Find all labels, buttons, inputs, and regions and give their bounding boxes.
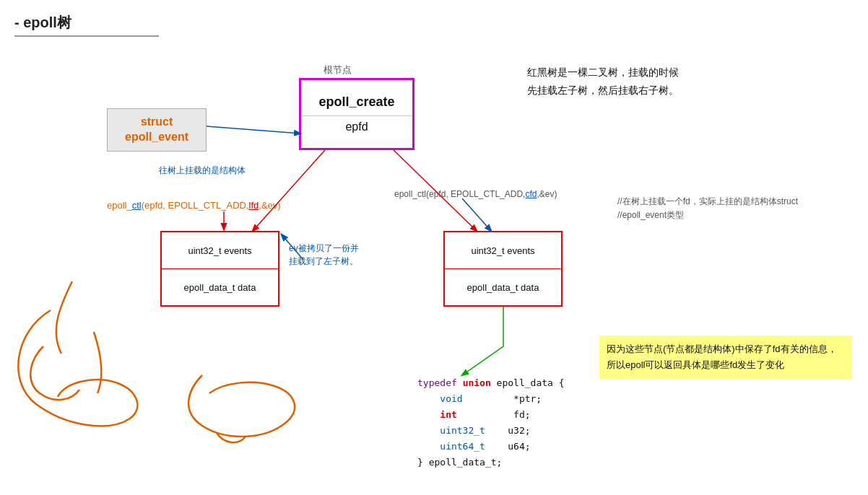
root-box-top: epoll_create [301,95,412,116]
code-line5: uint64_t u64; [417,439,565,455]
epoll-ctl-comment: //在树上挂载一个fd，实际上挂的是结构体struct //epoll_even… [617,195,798,222]
epoll-ctl-right: epoll_ctl(epfd, EPOLL_CTL_ADD,cfd,&ev) [394,189,557,199]
rbt-line2: 先挂载左子树，然后挂载右子树。 [527,82,679,100]
left-node-top: uint32_t events [162,232,278,269]
code-block: typedef union epoll_data { void *ptr; in… [417,375,565,471]
yellow-info-box: 因为这些节点(节点都是结构体)中保存了fd有关的信息，所以epoll可以返回具体… [599,336,852,379]
epoll-ctl-right-text: epoll_ctl(epfd, EPOLL_CTL_ADD,cfd,&ev) [394,189,557,199]
ev-copy-line1: ev被拷贝了一份并 [289,242,359,255]
right-node-top: uint32_t events [445,232,561,269]
left-node-box: uint32_t events epoll_data_t data [160,231,279,307]
code-line1: typedef union epoll_data { [417,375,565,391]
right-node-bottom: epoll_data_t data [445,269,561,305]
epoll-ctl-left-text: epoll_ctl(epfd, EPOLL_CTL_ADD,lfd,&ev) [107,200,281,211]
yellow-info-text: 因为这些节点(节点都是结构体)中保存了fd有关的信息，所以epoll可以返回具体… [607,343,837,370]
main-canvas: - epoll树 根节点 epoll_create epfd struct ep… [0,0,868,495]
struct-line2: epoll_event [125,130,188,145]
epoll-ctl-left: epoll_ctl(epfd, EPOLL_CTL_ADD,lfd,&ev) [107,200,281,211]
mount-annotation: 往树上挂载的是结构体 [159,165,246,177]
struct-epoll-event-box: struct epoll_event [107,108,207,152]
ev-copy-annotation: ev被拷贝了一份并 挂载到了左子树。 [289,242,359,268]
root-box: epoll_create epfd [299,78,415,150]
root-box-bottom: epfd [345,116,368,133]
ev-copy-line2: 挂载到了左子树。 [289,255,359,268]
page-title: - epoll树 [14,13,159,37]
rbt-info: 红黑树是一棵二叉树，挂载的时候 先挂载左子树，然后挂载右子树。 [527,63,679,100]
struct-line1: struct [141,115,173,130]
epoll-ctl-comment-line1: //在树上挂载一个fd，实际上挂的是结构体struct [617,195,798,209]
code-line3: int fd; [417,407,565,423]
epoll-ctl-comment-line2: //epoll_event类型 [617,209,798,222]
left-node-bottom: epoll_data_t data [162,269,278,305]
root-label: 根节点 [324,63,352,76]
code-line4: uint32_t u32; [417,423,565,439]
rbt-line1: 红黑树是一棵二叉树，挂载的时候 [527,63,679,82]
svg-line-0 [207,126,300,133]
code-line2: void *ptr; [417,391,565,407]
right-node-box: uint32_t events epoll_data_t data [443,231,563,307]
code-line6: } epoll_data_t; [417,455,565,470]
